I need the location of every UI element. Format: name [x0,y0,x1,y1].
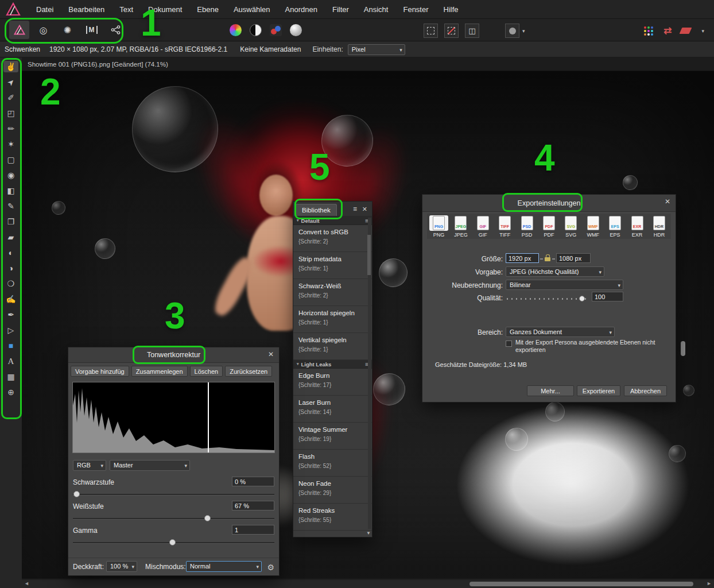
aspect-lock-icon[interactable] [540,255,555,262]
flood-select-tool[interactable]: ✶ [3,138,18,150]
color-dots-icon[interactable] [270,24,282,36]
format-tiff[interactable]: TIFF TIFF [494,215,515,238]
crop-tool[interactable]: ◰ [3,107,18,119]
menu-hilfe[interactable]: Hilfe [436,5,466,14]
color-wheel-icon[interactable] [230,24,242,36]
export-width-input[interactable] [506,253,539,263]
sphere-icon[interactable] [290,24,302,36]
scroll-left-icon[interactable]: ◄ [24,581,29,586]
paint-brush-tool[interactable]: ✎ [3,200,18,212]
scroll-right-icon[interactable]: ► [707,581,712,586]
format-svg[interactable]: SVG SVG [560,215,581,238]
macro-edge-burn[interactable]: Edge Burn {Schritte: 17} [293,369,372,396]
library-scrollbar-thumb[interactable] [367,235,371,275]
flood-fill-tool[interactable]: ◉ [3,169,18,181]
library-group-default[interactable]: ▾ Default ≡ [293,216,372,225]
new-selection-button[interactable] [424,24,438,38]
dodge-tool[interactable]: ◐ [3,247,18,258]
menu-auswaehlen[interactable]: Auswählen [226,5,278,14]
macro-neon-fade[interactable]: Neon Fade {Schritte: 29} [293,477,372,504]
slice-icon[interactable] [680,28,692,34]
delete-button[interactable]: Löschen [190,366,223,377]
tone-mapping-persona-button[interactable]: M [82,21,102,39]
add-preset-button[interactable]: Vorgabe hinzufüg [71,366,129,377]
macro-convert-srgb[interactable]: Convert to sRGB {Schritte: 2} [293,225,372,252]
reset-button[interactable]: Zurücksetzen [225,366,272,377]
export-close-icon[interactable]: ✕ [665,198,670,205]
format-gif[interactable]: GIF GIF [472,215,494,238]
macro-strip-metadata[interactable]: Strip metadata {Schritte: 1} [293,252,372,279]
gamma-thumb[interactable] [169,539,176,546]
menu-fenster[interactable]: Fenster [395,5,436,14]
format-exr[interactable]: EXR EXR [627,215,648,238]
export-persona-button[interactable] [106,21,126,39]
slice-caret-icon[interactable]: ▾ [700,28,706,34]
levels-close-icon[interactable]: ✕ [268,351,274,358]
format-png[interactable]: PNG PNG [428,215,449,238]
resample-dropdown[interactable]: Bilinear [506,280,623,290]
menu-ansicht[interactable]: Ansicht [356,5,396,14]
area-dropdown[interactable]: Ganzes Dokument [506,327,615,337]
color-picker-tool[interactable]: ✐ [3,92,18,103]
merge-button[interactable]: Zusammenlegen [131,366,188,377]
levels-histogram[interactable] [72,382,275,453]
macro-schwarz-weiss[interactable]: Schwarz-Weiß {Schritte: 2} [293,279,372,306]
library-close-icon[interactable]: ✕ [362,206,367,213]
burn-tool[interactable]: ◑ [3,262,18,274]
quality-slider[interactable] [507,296,586,301]
macro-flash[interactable]: Flash {Schritte: 52} [293,450,372,477]
panel-menu-icon[interactable]: ≡ [353,205,357,213]
opacity-dropdown[interactable]: 100 % [106,561,137,572]
macro-vertikal-spiegeln[interactable]: Vertikal spiegeln {Schritte: 1} [293,333,372,360]
white-level-input[interactable] [232,501,274,510]
export-height-input[interactable] [556,253,591,263]
scroll-down-icon[interactable]: ▼ [366,531,371,536]
intersect-selection-button[interactable]: ◫ [465,24,479,38]
eraser-tool[interactable]: ▰ [3,231,18,243]
marquee-tool[interactable]: ▢ [3,154,18,165]
rectangle-tool[interactable]: ■ [3,340,18,351]
horizontal-scrollbar-thumb[interactable] [469,582,693,586]
black-level-input[interactable] [232,477,274,486]
gamma-input[interactable] [232,525,274,535]
zoom-tool[interactable]: ⊕ [3,386,18,398]
blend-mode-dropdown[interactable]: Normal [186,561,262,572]
menu-filter[interactable]: Filter [325,5,356,14]
selection-brush-tool[interactable]: ✏ [3,123,18,134]
preset-dropdown[interactable]: JPEG (Höchste Qualität) [506,266,604,277]
format-pdf[interactable]: PDF PDF [538,215,560,238]
macro-vintage-summer[interactable]: Vintage Summer {Schritte: 19} [293,423,372,450]
units-dropdown[interactable]: Pixel [348,44,405,55]
white-level-thumb[interactable] [204,515,211,521]
format-wmf[interactable]: WMF WMF [583,215,604,238]
library-scrollbar[interactable] [368,218,371,529]
photo-persona-button[interactable] [9,21,29,39]
black-level-slider[interactable] [73,491,274,498]
vertical-scrollbar-thumb[interactable] [681,341,685,356]
black-level-thumb[interactable] [73,491,80,497]
move-tool[interactable]: ➤ [3,76,18,88]
format-psd[interactable]: PSD PSD [517,215,538,238]
menu-datei[interactable]: Datei [29,5,61,14]
node-tool[interactable]: ▷ [3,324,18,336]
format-hdr[interactable]: HDR HDR [649,215,670,238]
macro-laser-burn[interactable]: Laser Burn {Schritte: 14} [293,396,372,423]
gamma-slider[interactable] [73,539,274,546]
menu-dokument[interactable]: Dokument [141,5,189,14]
master-dropdown[interactable]: Master [110,460,190,471]
macro-red-streaks[interactable]: Red Streaks {Schritte: 55} [293,504,372,531]
pen-tool[interactable]: ✒ [3,309,18,320]
hidden-layers-checkbox[interactable] [506,341,512,347]
swap-arrows-icon[interactable]: ⇄ [663,25,672,37]
menu-text[interactable]: Text [112,5,141,14]
menu-ebene[interactable]: Ebene [189,5,226,14]
white-level-slider[interactable] [73,515,274,522]
menu-anordnen[interactable]: Anordnen [278,5,325,14]
quick-mask-button[interactable] [505,24,519,38]
library-group-light-leaks[interactable]: ▾ Light Leaks ≡ [293,360,372,369]
channel-dropdown[interactable]: RGB [73,460,106,471]
quick-mask-caret-icon[interactable]: ▾ [521,28,527,34]
contrast-circle-icon[interactable] [250,24,262,36]
smudge-tool[interactable]: ✍ [3,293,18,305]
format-eps[interactable]: EPS EPS [604,215,626,238]
